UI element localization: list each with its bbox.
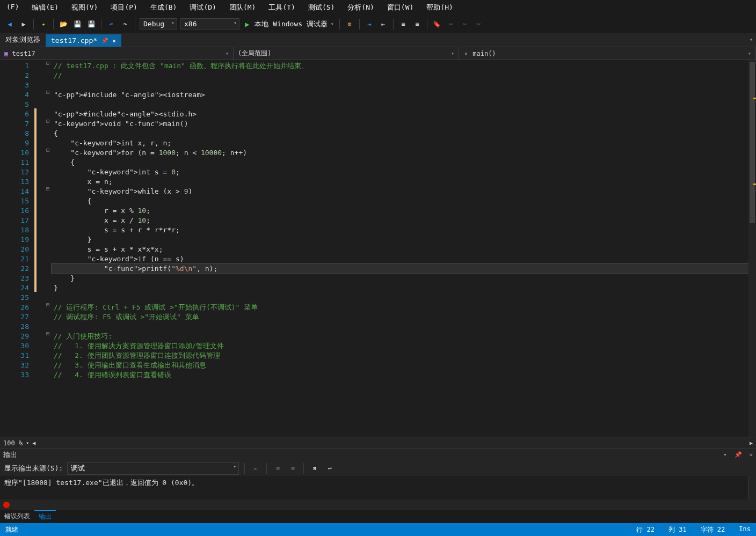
menu-view[interactable]: 视图(V) — [69, 2, 100, 13]
out-tool-3-icon[interactable]: ≡ — [287, 463, 298, 474]
fold-gutter: ⊟⊟⊟⊟⊟⊟⊟ — [44, 60, 52, 437]
start-debug-button[interactable]: 本地 Windows 调试器 — [252, 18, 335, 30]
out-clear-icon[interactable]: ✖ — [309, 463, 320, 474]
panel-menu-icon[interactable]: ▾ — [723, 451, 727, 458]
step-over-icon[interactable]: ⇤ — [378, 19, 389, 30]
editor-zoom-bar: 100 % ▾ ◀ ▶ — [0, 437, 756, 449]
play-icon[interactable]: ▶ — [245, 20, 249, 28]
nav-scope-combo[interactable]: (全局范围)▾ — [234, 47, 459, 60]
forward-icon[interactable]: ▶ — [18, 19, 29, 30]
status-bar: 就绪 行 22 列 31 字符 22 Ins — [0, 523, 756, 536]
menu-bar: (F) 编辑(E) 视图(V) 项目(P) 生成(B) 调试(D) 团队(M) … — [0, 0, 756, 15]
output-body[interactable]: 程序"[18008] test17.exe"已退出，返回值为 0 (0x0)。 — [0, 476, 748, 500]
hscroll-right-icon[interactable]: ▶ — [750, 440, 753, 446]
out-tool-1-icon[interactable]: ⇤ — [250, 463, 261, 474]
tool-icon-1[interactable]: ✂ — [446, 19, 456, 30]
error-indicator-icon — [3, 502, 10, 508]
menu-test[interactable]: 测试(S) — [306, 2, 337, 13]
config-combo[interactable]: Debug — [140, 18, 177, 30]
pin-icon[interactable]: 📌 — [101, 38, 108, 43]
open-icon[interactable]: 📂 — [58, 19, 69, 30]
undo-icon[interactable]: ↶ — [106, 19, 117, 30]
hscroll-left-icon[interactable]: ◀ — [32, 440, 35, 446]
back-icon[interactable]: ◀ — [4, 19, 15, 30]
status-ready: 就绪 — [5, 525, 18, 534]
redo-icon[interactable]: ↷ — [120, 19, 130, 30]
code-area[interactable]: // test17.cpp : 此文件包含 "main" 函数。程序执行将在此处… — [52, 60, 748, 437]
main-toolbar: ◀ ▶ ✦ 📂 💾 💾 ↶ ↷ Debug x86 ▶ 本地 Windows 调… — [0, 15, 756, 33]
menu-file[interactable]: (F) — [4, 2, 21, 13]
indent-icon[interactable]: ≡ — [398, 19, 409, 30]
toolbox-icon[interactable]: ⚙ — [344, 19, 355, 30]
out-wrap-icon[interactable]: ↩ — [324, 463, 335, 474]
menu-debug[interactable]: 调试(D) — [187, 2, 218, 13]
menu-tools[interactable]: 工具(T) — [266, 2, 297, 13]
nav-function-combo[interactable]: ⚬ main() ▾ — [459, 47, 756, 60]
navigation-bar: ▣ test17 ▾ (全局范围)▾ ⚬ main() ▾ — [0, 47, 756, 60]
tool-icon-3[interactable]: ✂ — [474, 19, 484, 30]
menu-analyze[interactable]: 分析(N) — [345, 2, 376, 13]
panel-pin-icon[interactable]: 📌 — [735, 451, 742, 458]
tool-icon-2[interactable]: ✂ — [460, 19, 470, 30]
menu-team[interactable]: 团队(M) — [227, 2, 258, 13]
output-source-combo[interactable]: 调试 — [67, 462, 239, 475]
new-project-icon[interactable]: ✦ — [38, 19, 49, 30]
output-header: 输出 ▾ 📌 ✕ — [0, 449, 756, 461]
output-source-label: 显示输出来源(S): — [4, 464, 63, 473]
outdent-icon[interactable]: ≡ — [412, 19, 423, 30]
step-into-icon[interactable]: ⇥ — [364, 19, 375, 30]
menu-help[interactable]: 帮助(H) — [424, 2, 455, 13]
status-ins: Ins — [739, 525, 751, 534]
menu-window[interactable]: 窗口(W) — [385, 2, 416, 13]
change-marks — [34, 60, 44, 437]
output-panel: 输出 ▾ 📌 ✕ 显示输出来源(S): 调试 ⇤ ≡ ≡ ✖ ↩ 程序"[180… — [0, 449, 756, 510]
tab-menu-icon[interactable]: ▾ — [750, 36, 753, 42]
code-editor[interactable]: 1234567891011121314151617181920212223242… — [0, 60, 756, 437]
tab-output[interactable]: 输出 — [34, 510, 56, 523]
output-title: 输出 — [3, 450, 17, 460]
tab-error-list[interactable]: 错误列表 — [0, 510, 34, 523]
platform-combo[interactable]: x86 — [180, 18, 239, 30]
menu-project[interactable]: 项目(P) — [108, 2, 139, 13]
zoom-value[interactable]: 100 % — [3, 439, 23, 447]
output-vscrollbar[interactable] — [748, 476, 756, 500]
output-toolbar: 显示输出来源(S): 调试 ⇤ ≡ ≡ ✖ ↩ — [0, 461, 756, 476]
close-tab-icon[interactable]: ✕ — [112, 37, 116, 45]
zoom-dropdown-icon[interactable]: ▾ — [26, 440, 29, 446]
save-icon[interactable]: 💾 — [72, 19, 83, 30]
save-all-icon[interactable]: 💾 — [86, 19, 97, 30]
document-tab-bar: 对象浏览器 test17.cpp* 📌 ✕ ▾ — [0, 33, 756, 47]
status-row: 行 22 — [636, 525, 655, 534]
out-tool-2-icon[interactable]: ≡ — [272, 463, 283, 474]
bottom-tab-bar: 错误列表 输出 — [0, 510, 756, 523]
menu-edit[interactable]: 编辑(E) — [30, 2, 60, 13]
error-indicator-bar — [0, 500, 756, 510]
panel-close-icon[interactable]: ✕ — [749, 451, 753, 458]
tab-label: test17.cpp* — [51, 36, 97, 45]
tab-object-browser[interactable]: 对象浏览器 — [0, 33, 46, 47]
editor-vscrollbar[interactable] — [748, 60, 756, 437]
bookmark-icon[interactable]: 🔖 — [432, 19, 442, 30]
nav-project-combo[interactable]: ▣ test17 ▾ — [0, 47, 234, 60]
line-number-gutter: 1234567891011121314151617181920212223242… — [0, 60, 34, 437]
tab-test17-cpp[interactable]: test17.cpp* 📌 ✕ — [46, 34, 121, 47]
status-char: 字符 22 — [701, 525, 725, 534]
menu-build[interactable]: 生成(B) — [148, 2, 179, 13]
status-col: 列 31 — [668, 525, 687, 534]
